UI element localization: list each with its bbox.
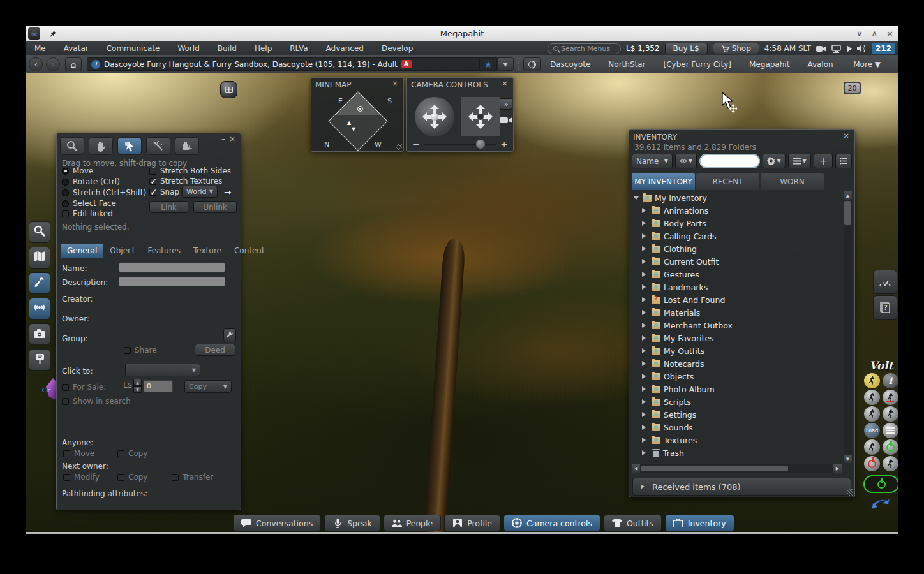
- object-description-input[interactable]: [119, 277, 225, 286]
- radio-stretch[interactable]: Stretch (Ctrl+Shift): [62, 188, 146, 197]
- sidebar-build-button[interactable]: [29, 272, 50, 294]
- add-new-button[interactable]: +: [814, 154, 833, 168]
- tab-features[interactable]: Features: [141, 244, 187, 258]
- inventory-tab-my-inventory[interactable]: MY INVENTORY: [632, 173, 695, 190]
- scroll-right-arrow[interactable]: ▶: [833, 464, 842, 473]
- folder-row-materials[interactable]: Materials: [632, 306, 845, 319]
- expander-triangle-icon[interactable]: [642, 425, 648, 430]
- anyone-copy-checkbox[interactable]: Copy: [117, 449, 147, 458]
- favorite-landmark[interactable]: NorthStar: [599, 55, 654, 73]
- movie-camera-icon[interactable]: [816, 45, 826, 52]
- guidebook-button[interactable]: ?: [873, 295, 897, 320]
- back-button[interactable]: ‹: [29, 57, 43, 71]
- window-minimize-button[interactable]: ∨: [856, 29, 863, 38]
- menu-advanced[interactable]: Advanced: [317, 41, 373, 55]
- tab-object[interactable]: Object: [103, 244, 141, 258]
- toolbar-outfits[interactable]: Outfits: [604, 515, 662, 531]
- expander-triangle-icon[interactable]: [642, 438, 648, 443]
- zoom-out-button[interactable]: −: [412, 139, 420, 149]
- vertical-scroll-thumb[interactable]: [844, 201, 851, 225]
- camera-presets-button[interactable]: »: [500, 98, 512, 110]
- folder-row-body-parts[interactable]: Body Parts: [632, 217, 845, 230]
- tool-move-button[interactable]: [117, 137, 142, 155]
- scroll-down-arrow[interactable]: ▼: [844, 455, 852, 463]
- folder-row-objects[interactable]: Objects: [632, 370, 845, 383]
- expander-triangle-icon[interactable]: [642, 310, 648, 315]
- folder-row-clothing[interactable]: Clothing: [632, 242, 845, 255]
- sort-dropdown[interactable]: Name▼: [632, 154, 673, 168]
- media-play-icon[interactable]: [846, 45, 852, 52]
- expander-triangle-icon[interactable]: [642, 246, 648, 251]
- performance-button[interactable]: [873, 270, 897, 294]
- folder-row-lost-and-found[interactable]: Lost And Found: [632, 293, 845, 306]
- expander-triangle-icon[interactable]: [642, 386, 648, 392]
- camera-orbit-control[interactable]: [415, 97, 454, 136]
- folder-row-photo-album[interactable]: Photo Album: [632, 383, 845, 395]
- tab-texture[interactable]: Texture: [187, 244, 228, 258]
- build-minimize-button[interactable]: –: [221, 135, 225, 143]
- expander-triangle-icon[interactable]: [642, 412, 648, 417]
- tab-general[interactable]: General: [61, 244, 103, 258]
- menu-develop[interactable]: Develop: [373, 41, 422, 55]
- received-items-panel[interactable]: Received items (708): [632, 478, 851, 496]
- folder-row-notecards[interactable]: Notecards: [632, 357, 845, 370]
- scroll-left-arrow[interactable]: ◀: [632, 464, 640, 473]
- expander-triangle-icon[interactable]: [633, 196, 639, 203]
- view-mode-button[interactable]: ▼: [788, 154, 811, 168]
- toolbar-inventory[interactable]: Inventory: [665, 515, 734, 531]
- menu-help[interactable]: Help: [246, 41, 281, 55]
- favorite-landmark[interactable]: Dascoyote: [541, 55, 599, 73]
- filter-visibility-button[interactable]: ▼: [675, 154, 697, 168]
- expander-triangle-icon[interactable]: [642, 374, 648, 379]
- next-owner-transfer-checkbox[interactable]: Transfer: [172, 473, 213, 482]
- favorites-more-button[interactable]: More ▼: [844, 55, 890, 73]
- favorite-landmark[interactable]: Megapahit: [740, 55, 798, 73]
- folder-row-settings[interactable]: Settings: [632, 408, 845, 421]
- sidebar-world-map-button[interactable]: [29, 247, 50, 269]
- volt-dancer-button[interactable]: [864, 406, 880, 422]
- volt-power-green-button[interactable]: [883, 439, 898, 455]
- zoom-in-button[interactable]: +: [500, 139, 508, 149]
- search-menus-input[interactable]: Search Menus: [548, 43, 621, 54]
- volt-info-button[interactable]: i: [883, 373, 898, 388]
- expander-triangle-icon[interactable]: [642, 335, 648, 341]
- inventory-vertical-scrollbar[interactable]: ▲ ▼: [844, 191, 852, 463]
- menu-communicate[interactable]: Communicate: [98, 41, 169, 55]
- volt-dancer-button[interactable]: [883, 456, 898, 471]
- unlink-button[interactable]: Unlink: [193, 201, 237, 213]
- scroll-up-arrow[interactable]: ▲: [844, 191, 852, 200]
- stretch-both-sides-checkbox[interactable]: Stretch Both Sides: [149, 166, 231, 175]
- toolbar-camera-controls[interactable]: Camera controls: [503, 515, 600, 531]
- camera-zoom-slider[interactable]: [424, 144, 497, 145]
- expander-triangle-icon[interactable]: [642, 221, 648, 226]
- show-in-search-checkbox[interactable]: Show in search: [62, 397, 131, 406]
- toolbar-conversations[interactable]: Conversations: [233, 515, 321, 531]
- volt-dancer-button[interactable]: [864, 439, 880, 455]
- inventory-search-input[interactable]: [699, 154, 760, 168]
- parcel-info-icon[interactable]: i: [91, 60, 100, 69]
- linden-balance[interactable]: L$ 1,352: [626, 44, 660, 53]
- folder-row-textures[interactable]: Textures: [632, 434, 845, 446]
- tab-content[interactable]: Content: [228, 244, 271, 258]
- sidebar-landmarks-button[interactable]: [29, 349, 50, 371]
- menu-rlva[interactable]: RLVa: [281, 41, 317, 55]
- folder-row-my-inventory[interactable]: My Inventory: [632, 191, 845, 204]
- radio-rotate[interactable]: Rotate (Ctrl): [62, 177, 120, 186]
- volt-power-red-button[interactable]: [864, 456, 880, 471]
- forward-button[interactable]: ›: [46, 57, 60, 71]
- window-close-button[interactable]: ×: [886, 29, 893, 38]
- horizontal-scroll-thumb[interactable]: [641, 466, 788, 471]
- volt-load-button[interactable]: Load: [864, 423, 880, 438]
- folder-row-calling-cards[interactable]: Calling Cards: [632, 230, 845, 242]
- snap-checkbox[interactable]: Snap: [149, 188, 179, 196]
- inventory-resize-grip[interactable]: [847, 489, 853, 496]
- next-owner-modify-checkbox[interactable]: Modify: [63, 473, 100, 482]
- folder-row-my-favorites[interactable]: My Favorites: [632, 332, 845, 344]
- location-input[interactable]: i Dascoyote Furry Hangout & Furry Sandbo…: [87, 57, 479, 71]
- folder-row-merchant-outbox[interactable]: Merchant Outbox: [632, 319, 845, 332]
- hud-attachment-button[interactable]: [220, 81, 237, 98]
- favorite-landmark[interactable]: [Cyber Furry City]: [655, 55, 741, 73]
- volt-menu-button[interactable]: [883, 423, 898, 438]
- object-name-input[interactable]: [119, 263, 225, 272]
- home-button[interactable]: ⌂: [65, 57, 82, 71]
